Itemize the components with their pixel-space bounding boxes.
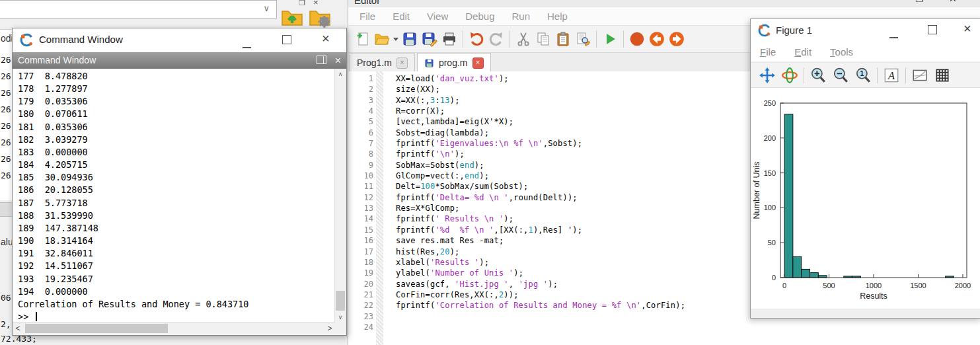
figure-titlebar: Figure 1 × bbox=[751, 19, 980, 42]
code-line[interactable]: 24 bbox=[348, 322, 980, 332]
run-icon[interactable] bbox=[600, 29, 620, 49]
breakpoint-gutter[interactable] bbox=[376, 71, 383, 345]
output-line: 177 8.478820 bbox=[18, 70, 335, 83]
chevron-down-icon[interactable]: ∨ bbox=[263, 3, 270, 13]
close-icon[interactable]: × bbox=[313, 0, 319, 6]
background-fragment: 26 bbox=[1, 104, 11, 114]
command-window-dockbar: Command Window × bbox=[13, 52, 346, 69]
output-line: 192 14.511067 bbox=[18, 260, 335, 272]
code-text: size(XX); bbox=[380, 84, 440, 95]
scroll-up-icon[interactable]: ∧ bbox=[335, 69, 346, 79]
close-tab-icon[interactable]: × bbox=[472, 58, 484, 69]
save-as-icon[interactable] bbox=[420, 29, 439, 49]
paste-icon[interactable] bbox=[553, 29, 573, 49]
command-output[interactable]: 177 8.478820178 1.277897179 0.035306180 … bbox=[13, 69, 335, 323]
x-axis-label: Results bbox=[860, 291, 887, 301]
tab-prog1[interactable]: Prog1.m × bbox=[350, 54, 415, 72]
find-icon[interactable] bbox=[573, 29, 593, 49]
scroll-left-icon[interactable]: < bbox=[13, 323, 23, 334]
toolbar-separator bbox=[877, 67, 878, 83]
scroll-down-icon[interactable]: ∨ bbox=[335, 312, 346, 323]
step-forward-icon[interactable] bbox=[667, 29, 687, 49]
horizontal-scrollbar[interactable]: < > bbox=[13, 322, 335, 335]
y-tick-label: 100 bbox=[764, 204, 776, 211]
scrollbar-thumb[interactable] bbox=[25, 324, 168, 333]
menu-item-view[interactable]: View bbox=[418, 11, 457, 22]
zoom-reset-icon[interactable]: 1 bbox=[852, 66, 874, 85]
output-line: 180 0.070611 bbox=[18, 108, 335, 120]
maximize-button[interactable] bbox=[282, 35, 291, 47]
background-combobox[interactable]: ∨ bbox=[0, 0, 277, 19]
rotate-3d-icon[interactable] bbox=[778, 66, 801, 85]
line-number: 14 bbox=[348, 213, 380, 224]
scrollbar-thumb[interactable] bbox=[336, 291, 345, 311]
histogram-bar bbox=[793, 256, 802, 278]
background-fragment: 26 bbox=[1, 137, 11, 147]
line-number: 17 bbox=[348, 247, 380, 257]
undo-icon[interactable] bbox=[467, 29, 486, 49]
menu-item-debug[interactable]: Debug bbox=[457, 11, 503, 22]
tab-label: Prog1.m bbox=[357, 58, 392, 68]
background-divider bbox=[0, 202, 12, 217]
close-icon[interactable]: ✕ bbox=[949, 0, 957, 4]
line-number: 11 bbox=[348, 181, 380, 192]
command-window: Command Window × Command Window × 177 8.… bbox=[12, 28, 347, 336]
window-title: Figure 1 bbox=[776, 24, 812, 36]
output-line: 184 4.205715 bbox=[18, 159, 335, 171]
close-icon[interactable]: × bbox=[335, 52, 341, 69]
maximize-button[interactable] bbox=[928, 25, 937, 37]
undock-icon[interactable] bbox=[317, 56, 326, 64]
redo-icon[interactable] bbox=[486, 29, 506, 49]
print-icon[interactable] bbox=[439, 29, 459, 49]
minimize-button[interactable] bbox=[243, 39, 251, 51]
close-tab-icon[interactable]: × bbox=[396, 58, 408, 69]
open-dropdown-icon[interactable] bbox=[392, 29, 400, 49]
menu-item-file[interactable]: File bbox=[751, 46, 785, 58]
folder-settings-icon[interactable] bbox=[308, 5, 332, 29]
code-text: Res=X*GlComp; bbox=[380, 203, 460, 213]
toolbar-separator bbox=[509, 30, 510, 48]
new-script-icon[interactable] bbox=[352, 29, 372, 49]
code-text: Delt=100*SobMax/sum(Sobst); bbox=[380, 181, 528, 192]
scroll-right-icon[interactable]: > bbox=[324, 323, 335, 334]
line-number: 23 bbox=[348, 311, 380, 322]
insert-text-icon[interactable]: A bbox=[880, 66, 903, 85]
code-text: SobMax=Sobst(end); bbox=[380, 160, 484, 171]
pan-icon[interactable] bbox=[756, 66, 778, 85]
tab-label: prog.m bbox=[439, 58, 468, 68]
vertical-scrollbar[interactable]: ∧ ∨ bbox=[334, 69, 346, 323]
close-button[interactable]: × bbox=[322, 31, 330, 46]
y-tick-label: 0 bbox=[772, 274, 776, 282]
restore-icon[interactable]: ❐ bbox=[915, 0, 924, 4]
code-text: [vect,lambda]=eig(X'*X); bbox=[380, 116, 513, 127]
restore-icon[interactable]: ❐ bbox=[299, 0, 305, 6]
zoom-out-icon[interactable] bbox=[829, 66, 852, 85]
breakpoint-icon[interactable] bbox=[627, 29, 647, 49]
tab-prog[interactable]: prog.m × bbox=[417, 53, 491, 73]
menu-item-file[interactable]: File bbox=[351, 11, 384, 22]
minimize-button[interactable] bbox=[889, 29, 898, 41]
axes-icon[interactable] bbox=[909, 66, 931, 85]
menu-item-edit[interactable]: Edit bbox=[785, 46, 821, 58]
line-number: 19 bbox=[348, 268, 380, 278]
line-number: 18 bbox=[348, 257, 380, 268]
figure-menubar: FileEditTools bbox=[751, 42, 980, 62]
histogram-plot[interactable]: 0501001502002500500100015002000ResultsNu… bbox=[751, 87, 980, 309]
cut-icon[interactable] bbox=[513, 29, 533, 49]
menu-item-tools[interactable]: Tools bbox=[821, 46, 862, 58]
open-file-icon[interactable] bbox=[372, 29, 392, 49]
step-back-icon[interactable] bbox=[647, 29, 667, 49]
grid-icon[interactable] bbox=[931, 66, 954, 85]
menu-item-help[interactable]: Help bbox=[539, 11, 576, 22]
copy-icon[interactable] bbox=[533, 29, 553, 49]
menu-item-edit[interactable]: Edit bbox=[384, 11, 418, 22]
zoom-in-icon[interactable] bbox=[807, 66, 829, 85]
command-prompt[interactable]: >> bbox=[18, 311, 335, 323]
menu-item-run[interactable]: Run bbox=[503, 11, 539, 22]
y-axis-label: Number of Unis bbox=[752, 162, 761, 219]
folder-up-icon[interactable] bbox=[280, 5, 304, 29]
save-icon[interactable] bbox=[400, 29, 420, 49]
close-button[interactable]: × bbox=[963, 21, 971, 36]
code-text: ylabel('Number of Unis '); bbox=[380, 268, 523, 278]
output-line: 179 0.035306 bbox=[18, 95, 335, 108]
